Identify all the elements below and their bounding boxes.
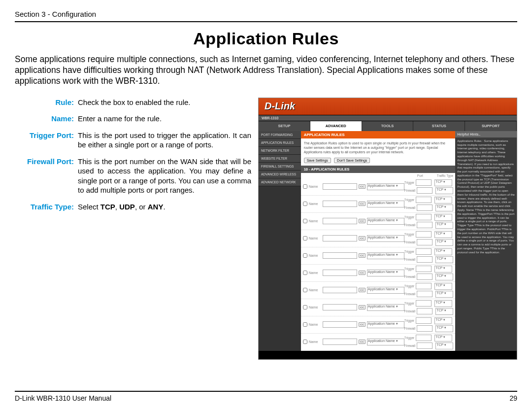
- application-name-select[interactable]: Application Name ▾: [367, 270, 404, 276]
- rule-enable-checkbox[interactable]: [303, 219, 307, 223]
- firewall-type-select[interactable]: TCP ▾: [435, 187, 453, 194]
- application-name-select[interactable]: Application Name ▾: [367, 321, 404, 328]
- application-name-select[interactable]: Application Name ▾: [367, 201, 404, 207]
- rule-name-input[interactable]: [323, 339, 357, 345]
- side-nav-item[interactable]: FIREWALL SETTINGS: [259, 163, 301, 171]
- side-nav-item[interactable]: PORT FORWARDING: [259, 131, 301, 139]
- dlink-logo: D-Link: [265, 101, 295, 112]
- firewall-type-select[interactable]: TCP ▾: [435, 274, 453, 280]
- rule-enable-checkbox[interactable]: [303, 288, 307, 292]
- trigger-type-select[interactable]: TCP ▾: [434, 214, 452, 221]
- trigger-port-input[interactable]: [416, 231, 432, 238]
- copy-from-app-button[interactable]: <<: [359, 271, 366, 275]
- trigger-label: Trigger: [404, 267, 414, 271]
- rule-enable-checkbox[interactable]: [303, 236, 307, 240]
- firewall-port-input[interactable]: [417, 222, 432, 228]
- side-nav-item[interactable]: ADVANCED WIRELESS: [259, 171, 301, 178]
- side-nav-item[interactable]: APPLICATION RULES: [259, 139, 301, 147]
- side-nav-item[interactable]: WEBSITE FILTER: [259, 155, 301, 163]
- rule-enable-checkbox[interactable]: [303, 322, 307, 327]
- firewall-port-input[interactable]: [417, 187, 432, 194]
- firewall-port-input[interactable]: [417, 256, 432, 263]
- save-settings-button[interactable]: Save Settings: [304, 158, 331, 163]
- trigger-type-select[interactable]: TCP ▾: [434, 197, 452, 204]
- firewall-port-input[interactable]: [417, 342, 432, 349]
- copy-from-app-button[interactable]: <<: [359, 202, 366, 206]
- trigger-type-select[interactable]: TCP ▾: [434, 317, 452, 324]
- trigger-type-select[interactable]: TCP ▾: [434, 283, 452, 290]
- side-nav-item[interactable]: ADVANCED NETWORK: [259, 178, 301, 186]
- application-name-select[interactable]: Application Name ▾: [367, 287, 404, 294]
- nav-tab-support[interactable]: SUPPORT: [465, 121, 517, 131]
- side-nav-item[interactable]: NETWORK FILTER: [259, 147, 301, 155]
- firewall-port-input[interactable]: [417, 274, 432, 280]
- rule-enable-checkbox[interactable]: [303, 305, 307, 309]
- copy-from-app-button[interactable]: <<: [359, 340, 366, 344]
- rule-enable-checkbox[interactable]: [303, 202, 307, 206]
- rule-name-input[interactable]: [323, 218, 357, 224]
- copy-from-app-button[interactable]: <<: [359, 236, 366, 240]
- application-name-select[interactable]: Application Name ▾: [367, 218, 404, 225]
- nav-tab-tools[interactable]: TOOLS: [362, 121, 414, 131]
- copy-from-app-button[interactable]: <<: [359, 322, 366, 327]
- trigger-port-input[interactable]: [416, 214, 432, 220]
- trigger-port-input[interactable]: [416, 197, 432, 203]
- application-name-select[interactable]: Application Name ▾: [367, 235, 404, 242]
- trigger-port-input[interactable]: [416, 266, 432, 272]
- application-name-select[interactable]: Application Name ▾: [367, 252, 404, 259]
- rule-name-input[interactable]: [323, 287, 357, 293]
- copy-from-app-button[interactable]: <<: [359, 305, 366, 309]
- firewall-port-input[interactable]: [417, 325, 432, 332]
- rule-name-input[interactable]: [323, 252, 357, 259]
- firewall-type-select[interactable]: TCP ▾: [435, 325, 453, 332]
- rule-name-input[interactable]: [323, 183, 357, 190]
- application-name-select[interactable]: Application Name ▾: [367, 183, 404, 190]
- trigger-port-input[interactable]: [416, 283, 432, 289]
- rule-name-label: Name: [309, 202, 323, 206]
- firewall-type-select[interactable]: TCP ▾: [435, 222, 453, 229]
- trigger-type-select[interactable]: TCP ▾: [434, 179, 452, 186]
- nav-tab-setup[interactable]: SETUP: [259, 121, 310, 131]
- firewall-port-input[interactable]: [417, 291, 432, 297]
- nav-tab-advanced[interactable]: ADVANCED: [310, 121, 362, 131]
- trigger-port-input[interactable]: [416, 248, 432, 255]
- firewall-type-select[interactable]: TCP ▾: [435, 205, 453, 211]
- rule-enable-checkbox[interactable]: [303, 271, 307, 275]
- application-name-select[interactable]: Application Name ▾: [367, 304, 404, 311]
- rule-name-label: Name: [309, 271, 323, 274]
- trigger-port-input[interactable]: [416, 335, 432, 341]
- copy-from-app-button[interactable]: <<: [359, 219, 366, 223]
- firewall-port-input[interactable]: [417, 239, 432, 245]
- copy-from-app-button[interactable]: <<: [359, 253, 366, 258]
- trigger-port-input[interactable]: [416, 179, 432, 186]
- trigger-type-select[interactable]: TCP ▾: [434, 300, 452, 307]
- copy-from-app-button[interactable]: <<: [359, 288, 366, 292]
- rule-name-input[interactable]: [323, 270, 357, 276]
- firewall-port-input[interactable]: [417, 205, 432, 211]
- rule-name-input[interactable]: [323, 235, 357, 241]
- firewall-type-select[interactable]: TCP ▾: [435, 239, 453, 246]
- firewall-type-select[interactable]: TCP ▾: [435, 308, 453, 315]
- firewall-type-select[interactable]: TCP ▾: [435, 342, 453, 349]
- rule-enable-checkbox[interactable]: [303, 184, 307, 189]
- trigger-type-select[interactable]: TCP ▾: [434, 266, 452, 273]
- nav-tab-status[interactable]: STATUS: [413, 121, 465, 131]
- rule-name-input[interactable]: [323, 304, 357, 310]
- firewall-port-input[interactable]: [417, 308, 432, 314]
- trigger-type-select[interactable]: TCP ▾: [434, 231, 452, 238]
- trigger-type-select[interactable]: TCP ▾: [434, 335, 452, 342]
- rule-enable-checkbox[interactable]: [303, 253, 307, 258]
- trigger-type-select[interactable]: TCP ▾: [434, 248, 452, 255]
- copy-from-app-button[interactable]: <<: [359, 184, 366, 189]
- rule-enable-checkbox[interactable]: [303, 340, 307, 344]
- trigger-label: Trigger: [404, 215, 414, 219]
- trigger-port-input[interactable]: [416, 300, 432, 307]
- firewall-type-select[interactable]: TCP ▾: [435, 256, 453, 263]
- rule-name-input[interactable]: [323, 321, 357, 328]
- dont-save-button[interactable]: Don't Save Settings: [334, 158, 370, 163]
- firewall-type-select[interactable]: TCP ▾: [435, 291, 453, 298]
- rule-name-input[interactable]: [323, 201, 357, 207]
- trigger-port-input[interactable]: [416, 317, 432, 324]
- application-name-select[interactable]: Application Name ▾: [367, 339, 404, 345]
- rule-name-label: Name: [309, 254, 323, 257]
